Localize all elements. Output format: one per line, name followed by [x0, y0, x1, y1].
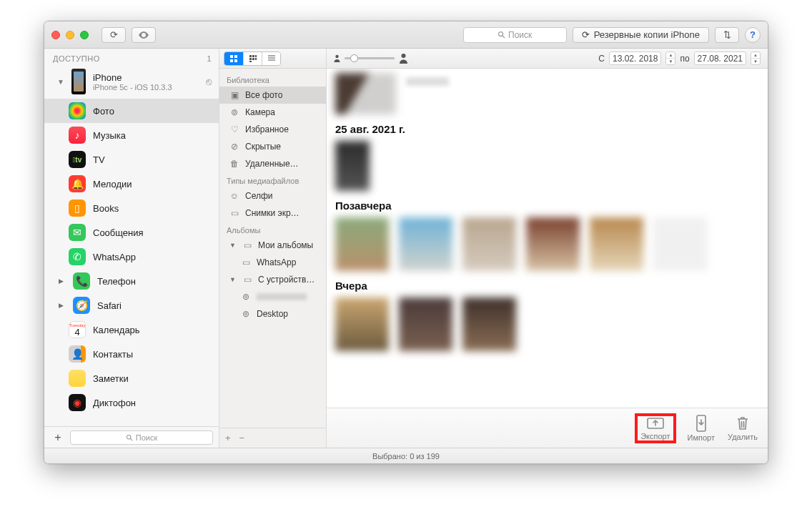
- sidebar-item-contacts[interactable]: 👤 Контакты: [44, 342, 219, 366]
- sidebar-item-label: Мелодии: [93, 179, 132, 189]
- sidebar-search-input[interactable]: Поиск: [70, 430, 213, 445]
- sidebar-item-voice-memos[interactable]: ◉ Диктофон: [44, 390, 219, 415]
- slider-thumb[interactable]: [350, 54, 358, 62]
- photo-thumb[interactable]: [462, 297, 516, 351]
- screenshot-icon: ▭: [229, 208, 239, 218]
- sidebar-item-ringtones[interactable]: 🔔 Мелодии: [44, 172, 219, 196]
- preview-button[interactable]: [132, 27, 156, 43]
- chevron-right-icon[interactable]: ▶: [59, 277, 66, 285]
- source-deleted[interactable]: 🗑Удаленные…: [219, 155, 326, 172]
- source-from-device[interactable]: ▼▭С устройств…: [219, 271, 326, 288]
- help-icon: ?: [750, 29, 756, 40]
- sidebar-item-music[interactable]: ♪ Музыка: [44, 123, 219, 147]
- photo-thumb[interactable]: [399, 297, 452, 351]
- refresh-button[interactable]: ⟳: [102, 27, 126, 43]
- source-all-photos[interactable]: ▣Все фото: [219, 87, 326, 104]
- window-controls: [51, 31, 89, 39]
- sidebar-item-calendar[interactable]: Tuesday4 Календарь: [44, 317, 219, 342]
- status-bar: Выбрано: 0 из 199: [44, 448, 768, 463]
- svg-rect-5: [234, 55, 237, 58]
- svg-point-2: [127, 435, 131, 439]
- view-list-button[interactable]: [262, 52, 280, 65]
- sidebar-item-label: Books: [93, 203, 119, 214]
- thumbnail-size-slider[interactable]: [334, 53, 408, 64]
- photo-thumb[interactable]: [653, 217, 707, 271]
- remove-source-button[interactable]: −: [239, 433, 245, 443]
- iphone-backups-button[interactable]: ⟳ Резервные копии iPhone: [573, 27, 709, 43]
- sidebar-item-phone[interactable]: ▶ 📞 Телефон: [44, 269, 219, 293]
- sidebar-item-label: Сообщения: [93, 227, 144, 238]
- search-placeholder: Поиск: [508, 30, 532, 40]
- photo-thumb[interactable]: [335, 217, 389, 271]
- source-hidden[interactable]: ⊘Скрытые: [219, 138, 326, 155]
- close-window-button[interactable]: [51, 31, 60, 39]
- import-icon: [695, 415, 708, 432]
- export-button[interactable]: Экспорт: [636, 415, 674, 442]
- add-button[interactable]: +: [50, 431, 66, 444]
- date-from-stepper[interactable]: ▲▼: [665, 51, 675, 65]
- source-my-albums[interactable]: ▼▭Мои альбомы: [219, 237, 326, 254]
- photo-thumb[interactable]: [399, 217, 452, 271]
- usb-icon: ⎋: [206, 76, 212, 87]
- slider-track[interactable]: [345, 57, 395, 59]
- view-small-grid-button[interactable]: [243, 52, 262, 65]
- photo-thumb[interactable]: [590, 217, 643, 271]
- source-screenshots[interactable]: ▭Снимки экр…: [219, 205, 326, 222]
- source-label: Скрытые: [245, 142, 281, 152]
- svg-point-0: [499, 32, 503, 36]
- photo-thumb[interactable]: [462, 217, 516, 271]
- svg-line-3: [130, 438, 132, 440]
- import-button[interactable]: Импорт: [688, 415, 715, 442]
- source-label: Desktop: [257, 309, 288, 319]
- sidebar-item-whatsapp[interactable]: ✆ WhatsApp: [44, 245, 219, 269]
- transfer-button[interactable]: ⇅: [715, 27, 739, 43]
- date-from-input[interactable]: 13.02. 2018: [609, 51, 661, 65]
- folder-icon: ▭: [242, 240, 252, 250]
- books-icon: ▯: [69, 200, 86, 217]
- sidebar-item-safari[interactable]: ▶ 🧭 Safari: [44, 293, 219, 317]
- sidebar-item-notes[interactable]: Заметки: [44, 366, 219, 390]
- chevron-down-icon[interactable]: ▼: [229, 242, 237, 249]
- photo-thumb[interactable]: [526, 217, 580, 271]
- svg-rect-13: [255, 58, 257, 60]
- source-album-desktop[interactable]: ⊚Desktop: [219, 305, 326, 322]
- photo-gallery[interactable]: 25 авг. 2021 г. Позавчера Вчера: [327, 69, 768, 408]
- photo-thumb[interactable]: [335, 73, 396, 114]
- gallery-date-header: Вчера: [335, 280, 759, 292]
- date-to-stepper[interactable]: ▲▼: [751, 51, 761, 65]
- photo-thumb[interactable]: [335, 141, 370, 191]
- source-album-blurred[interactable]: ⊚: [219, 288, 326, 305]
- notes-icon: [69, 370, 86, 387]
- source-label: Камера: [245, 107, 275, 117]
- photo-thumb[interactable]: [335, 297, 389, 351]
- chevron-down-icon[interactable]: ▼: [57, 78, 64, 86]
- view-grid-button[interactable]: [224, 52, 243, 65]
- search-icon: [126, 434, 133, 441]
- delete-button[interactable]: Удалить: [728, 415, 758, 441]
- help-button[interactable]: ?: [745, 27, 761, 43]
- main-panel: С 13.02. 2018 ▲▼ по 27.08. 2021 ▲▼ 25 ав…: [327, 49, 768, 448]
- minimize-window-button[interactable]: [66, 31, 74, 39]
- sidebar-bottom-bar: + Поиск: [44, 426, 219, 448]
- device-row[interactable]: ▼ iPhone iPhone 5c - iOS 10.3.3 ⎋: [44, 66, 219, 99]
- zoom-window-button[interactable]: [80, 31, 89, 39]
- source-album-whatsapp[interactable]: ▭WhatsApp: [219, 254, 326, 271]
- date-to-input[interactable]: 27.08. 2021: [694, 51, 746, 65]
- chevron-down-icon[interactable]: ▼: [229, 276, 237, 283]
- sidebar-item-label: Контакты: [93, 349, 133, 360]
- sidebar-item-messages[interactable]: ✉︎ Сообщения: [44, 220, 219, 245]
- sidebar-item-photos[interactable]: Фото: [44, 99, 219, 123]
- albums-header: Альбомы: [219, 222, 326, 237]
- source-selfie[interactable]: ☺Селфи: [219, 187, 326, 205]
- search-input-top[interactable]: Поиск: [463, 27, 567, 43]
- sidebar-item-books[interactable]: ▯ Books: [44, 196, 219, 220]
- sidebar-item-tv[interactable]: tv TV: [44, 147, 219, 172]
- voice-memo-icon: ◉: [69, 394, 86, 411]
- source-camera[interactable]: ⊚Камера: [219, 104, 326, 121]
- add-source-button[interactable]: +: [225, 433, 231, 443]
- camera-icon: ⊚: [229, 107, 239, 117]
- source-favorites[interactable]: ♡Избранное: [219, 121, 326, 138]
- app-window: ⟳ Поиск ⟳ Резервные копии iPhone ⇅ ?: [44, 21, 768, 464]
- chevron-right-icon[interactable]: ▶: [59, 302, 66, 309]
- view-mode-segmented: [224, 51, 281, 66]
